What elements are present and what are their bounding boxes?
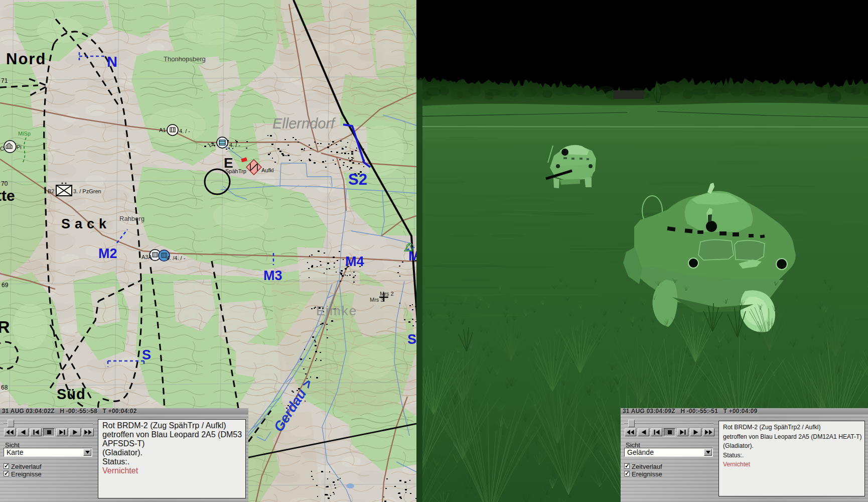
svg-text:Aufkl: Aufkl (261, 167, 273, 173)
svg-text:Sack: Sack (61, 216, 111, 231)
svg-text:4. / -: 4. / - (179, 128, 190, 134)
svg-text:4. / -: 4. / - (229, 142, 240, 148)
svg-text:A: A (211, 142, 215, 148)
svg-text:Ellerndorf: Ellerndorf (272, 115, 336, 132)
svg-text:3. / PzGren: 3. / PzGren (73, 188, 101, 194)
svg-text:tte: tte (0, 187, 15, 204)
svg-text:Eimke: Eimke (316, 303, 357, 318)
svg-text:Rahberg: Rahberg (119, 215, 144, 222)
svg-text:R: R (0, 317, 10, 336)
svg-text:C: C (0, 146, 4, 152)
svg-text:S: S (407, 332, 416, 347)
svg-text:S2: S2 (348, 171, 367, 188)
svg-text:4. /4. / -: 4. /4. / - (167, 255, 186, 261)
svg-text:Mrs 2: Mrs 2 (380, 291, 394, 297)
svg-text:S: S (142, 347, 151, 362)
svg-text:A1: A1 (159, 127, 166, 133)
svg-text:A3A: A3A (141, 254, 152, 260)
svg-text:M3: M3 (263, 268, 282, 283)
svg-text:68: 68 (1, 384, 8, 391)
svg-text:Nord: Nord (6, 50, 46, 68)
svg-text:70: 70 (1, 180, 8, 187)
svg-text:69: 69 (2, 282, 9, 289)
svg-text:E: E (224, 155, 233, 171)
svg-text:Pi: Pi (17, 144, 22, 150)
svg-text:M2: M2 (98, 246, 117, 261)
svg-text:Thonhopsberg: Thonhopsberg (164, 55, 206, 63)
svg-text:M4: M4 (345, 254, 364, 269)
svg-text:B2: B2 (48, 188, 54, 194)
svg-text:N: N (107, 54, 117, 70)
svg-text:Süd: Süd (57, 386, 86, 402)
svg-text:71: 71 (1, 77, 8, 84)
svg-text:MiSp: MiSp (18, 131, 31, 137)
